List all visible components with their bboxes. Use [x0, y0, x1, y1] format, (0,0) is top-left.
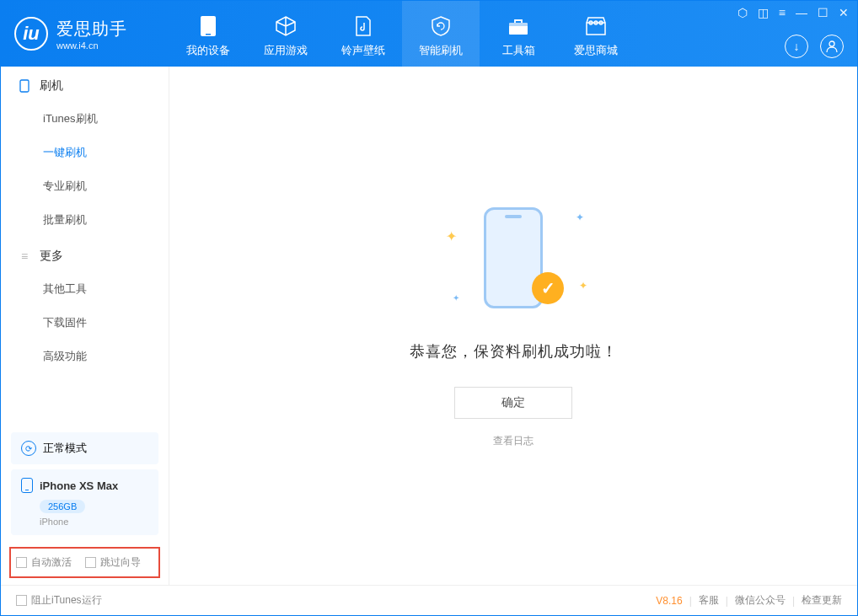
device-status-boxes: ⟳ 正常模式 iPhone XS Max 256GB iPhone — [1, 427, 169, 540]
sidebar-item-batch-flash[interactable]: 批量刷机 — [1, 203, 169, 237]
footer-link-update[interactable]: 检查更新 — [802, 593, 842, 608]
toolbox-icon — [507, 14, 530, 38]
close-button[interactable]: ✕ — [839, 6, 849, 19]
device-info-box[interactable]: iPhone XS Max 256GB iPhone — [11, 469, 158, 535]
app-url: www.i4.cn — [56, 40, 127, 51]
device-name-row: iPhone XS Max — [21, 478, 148, 493]
mode-status-box[interactable]: ⟳ 正常模式 — [11, 432, 158, 464]
sparkle-icon: ✦ — [576, 212, 584, 223]
view-log-link[interactable]: 查看日志 — [493, 434, 534, 448]
logo-text: 爱思助手 www.i4.cn — [56, 18, 127, 51]
checkmark-badge-icon: ✓ — [532, 272, 564, 304]
svg-point-7 — [829, 41, 834, 46]
download-icon[interactable]: ↓ — [785, 35, 808, 58]
checkbox-skip-guide[interactable]: 跳过向导 — [85, 555, 141, 570]
shirt-icon[interactable]: ⬡ — [737, 6, 748, 19]
sidebar-section-flash: 刷机 — [1, 67, 169, 102]
checkbox-icon — [16, 595, 27, 606]
mode-status-icon: ⟳ — [21, 441, 36, 456]
sparkle-icon: ✦ — [446, 228, 457, 244]
success-message: 恭喜您，保资料刷机成功啦！ — [410, 341, 618, 362]
lock-icon[interactable]: ◫ — [758, 6, 769, 19]
main-tabs: 我的设备 应用游戏 铃声壁纸 智能刷机 工具箱 爱思商城 — [169, 1, 635, 67]
shield-refresh-icon — [429, 14, 453, 38]
body-area: 刷机 iTunes刷机 一键刷机 专业刷机 批量刷机 ≡ 更多 其他工具 下载固… — [1, 67, 857, 585]
tab-apps-games[interactable]: 应用游戏 — [247, 1, 324, 67]
checkbox-auto-activate[interactable]: 自动激活 — [16, 555, 72, 570]
music-file-icon — [351, 14, 375, 38]
highlighted-checkbox-area: 自动激活 跳过向导 — [9, 547, 160, 578]
main-content: ✦ ✦ ✦ ✦ ✓ 恭喜您，保资料刷机成功啦！ 确定 查看日志 — [169, 67, 857, 585]
sidebar-item-download-firmware[interactable]: 下载固件 — [1, 306, 169, 340]
svg-rect-0 — [201, 16, 216, 36]
sidebar-item-itunes-flash[interactable]: iTunes刷机 — [1, 102, 169, 136]
checkbox-block-itunes[interactable]: 阻止iTunes运行 — [16, 593, 102, 608]
footer-bar: 阻止iTunes运行 V8.16 | 客服 | 微信公众号 | 检查更新 — [1, 585, 857, 615]
svg-rect-8 — [20, 80, 29, 92]
store-icon — [584, 14, 608, 38]
app-name: 爱思助手 — [56, 18, 127, 40]
sidebar-item-other-tools[interactable]: 其他工具 — [1, 272, 169, 306]
footer-right: V8.16 | 客服 | 微信公众号 | 检查更新 — [656, 593, 842, 608]
sidebar: 刷机 iTunes刷机 一键刷机 专业刷机 批量刷机 ≡ 更多 其他工具 下载固… — [1, 67, 169, 585]
window-controls: ⬡ ◫ ≡ — ☐ ✕ — [737, 6, 849, 19]
hamburger-icon: ≡ — [18, 249, 31, 263]
svg-rect-3 — [509, 23, 528, 26]
sidebar-item-pro-flash[interactable]: 专业刷机 — [1, 169, 169, 203]
device-type-label: iPhone — [40, 517, 148, 527]
app-logo-icon: iu — [14, 17, 48, 51]
footer-link-support[interactable]: 客服 — [699, 593, 719, 608]
ok-button[interactable]: 确定 — [454, 387, 572, 419]
checkbox-icon — [85, 557, 96, 568]
header-action-icons: ↓ — [785, 35, 844, 58]
minimize-button[interactable]: — — [796, 6, 807, 19]
version-label: V8.16 — [656, 595, 682, 607]
tab-smart-flash[interactable]: 智能刷机 — [402, 1, 480, 67]
footer-link-wechat[interactable]: 微信公众号 — [735, 593, 786, 608]
device-capacity-badge: 256GB — [40, 500, 85, 513]
sparkle-icon: ✦ — [453, 293, 459, 303]
sidebar-item-oneclick-flash[interactable]: 一键刷机 — [1, 136, 169, 169]
checkbox-icon — [16, 557, 27, 568]
mode-status-label: 正常模式 — [43, 441, 87, 456]
sparkle-icon: ✦ — [579, 280, 587, 292]
tab-ringtones-wallpapers[interactable]: 铃声壁纸 — [324, 1, 402, 67]
device-icon — [196, 14, 220, 38]
tab-toolbox[interactable]: 工具箱 — [480, 1, 557, 67]
menu-icon[interactable]: ≡ — [779, 6, 786, 19]
user-icon[interactable] — [820, 35, 844, 58]
sidebar-item-advanced[interactable]: 高级功能 — [1, 340, 169, 373]
maximize-button[interactable]: ☐ — [818, 6, 829, 19]
app-header: iu 爱思助手 www.i4.cn 我的设备 应用游戏 铃声壁纸 智能刷机 工具… — [1, 1, 857, 67]
logo-area: iu 爱思助手 www.i4.cn — [1, 17, 169, 51]
tab-store[interactable]: 爱思商城 — [557, 1, 635, 67]
tab-my-device[interactable]: 我的设备 — [169, 1, 247, 67]
sidebar-section-more: ≡ 更多 — [1, 237, 169, 272]
success-illustration: ✦ ✦ ✦ ✦ ✓ — [437, 203, 589, 321]
svg-rect-1 — [206, 34, 211, 35]
phone-icon — [21, 478, 33, 493]
cube-icon — [274, 14, 298, 38]
phone-outline-icon — [18, 79, 31, 93]
